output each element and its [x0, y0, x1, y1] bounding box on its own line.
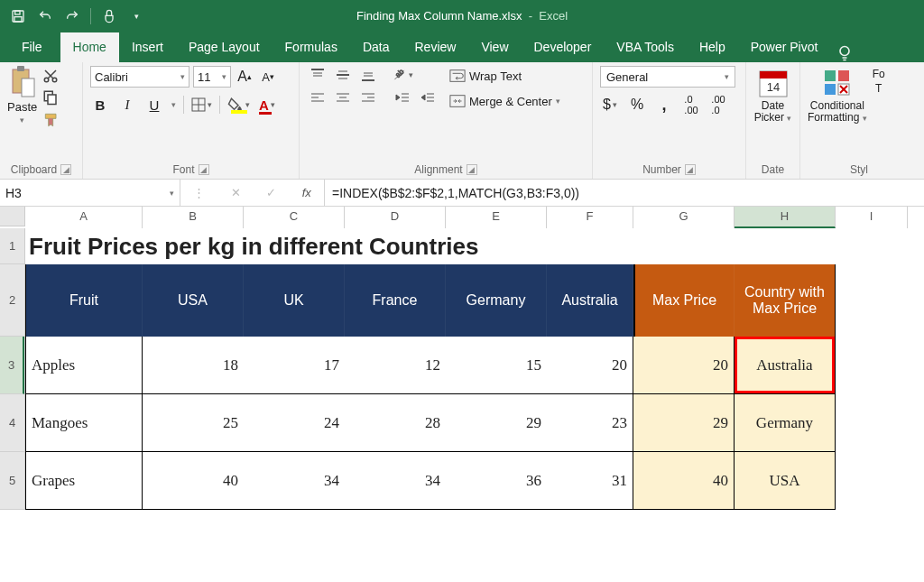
formula-dropdown-icon[interactable]: ⋮	[193, 186, 205, 199]
format-painter-icon[interactable]	[42, 111, 60, 127]
increase-decimal-icon[interactable]: .0.00	[681, 95, 701, 115]
header-france[interactable]: France	[345, 264, 446, 337]
cell-h4[interactable]: Germany	[735, 394, 836, 452]
row-header-5[interactable]: 5	[0, 452, 24, 510]
row-header-3[interactable]: 3	[0, 337, 24, 394]
tab-formulas[interactable]: Formulas	[273, 32, 350, 62]
cell-a4[interactable]: Mangoes	[25, 394, 143, 452]
font-color-icon[interactable]: A	[257, 95, 277, 115]
align-middle-icon[interactable]	[332, 66, 354, 84]
cell-a3[interactable]: Apples	[25, 337, 143, 394]
header-australia[interactable]: Australia	[547, 264, 633, 337]
header-uk[interactable]: UK	[244, 264, 345, 337]
tab-home[interactable]: Home	[60, 32, 119, 62]
header-usa[interactable]: USA	[143, 264, 244, 337]
format-as-table-button[interactable]: Fo T	[873, 66, 885, 95]
decrease-decimal-icon[interactable]: .00.0	[708, 95, 728, 115]
paste-button[interactable]: Paste	[7, 100, 37, 114]
header-country-max[interactable]: Country with Max Price	[735, 264, 836, 337]
sheet-title-cell[interactable]: Fruit Prices per kg in different Countri…	[25, 228, 836, 264]
increase-font-icon[interactable]: A▴	[235, 67, 254, 87]
cell-g5[interactable]: 40	[633, 452, 735, 510]
number-dialog-launcher-icon[interactable]: ◢	[685, 164, 696, 175]
wrap-text-button[interactable]: Wrap Text	[446, 66, 564, 86]
italic-button[interactable]: I	[117, 95, 137, 115]
cell-e3[interactable]: 15	[446, 337, 547, 394]
bold-button[interactable]: B	[90, 95, 110, 115]
insert-function-icon[interactable]: fx	[302, 186, 311, 199]
touch-mouse-mode-icon[interactable]	[100, 7, 118, 25]
borders-icon[interactable]	[191, 95, 212, 115]
undo-icon[interactable]	[36, 7, 54, 25]
col-header-a[interactable]: A	[25, 207, 143, 228]
merge-center-button[interactable]: Merge & Center ▾	[446, 91, 564, 111]
tab-power-pivot[interactable]: Power Pivot	[738, 32, 831, 62]
align-top-icon[interactable]	[307, 66, 328, 84]
date-picker-icon[interactable]: 14	[758, 68, 789, 98]
cell-b5[interactable]: 40	[143, 452, 244, 510]
align-bottom-icon[interactable]	[357, 66, 379, 84]
underline-button[interactable]: U	[144, 95, 164, 115]
col-header-c[interactable]: C	[244, 207, 345, 228]
cell-c4[interactable]: 24	[244, 394, 345, 452]
align-right-icon[interactable]	[357, 89, 379, 107]
redo-icon[interactable]	[63, 7, 81, 25]
tab-view[interactable]: View	[468, 32, 521, 62]
cell-g3[interactable]: 20	[633, 337, 735, 394]
align-center-icon[interactable]	[332, 89, 354, 107]
cell-c3[interactable]: 17	[244, 337, 345, 394]
row-header-1[interactable]: 1	[0, 228, 24, 264]
alignment-dialog-launcher-icon[interactable]: ◢	[467, 164, 477, 175]
tell-me[interactable]	[836, 44, 854, 62]
row-header-4[interactable]: 4	[0, 394, 24, 452]
col-header-e[interactable]: E	[446, 207, 547, 228]
cell-f3[interactable]: 20	[547, 337, 633, 394]
qat-customize-icon[interactable]: ▾	[127, 7, 145, 25]
cell-h5[interactable]: USA	[735, 452, 836, 510]
cell-b3[interactable]: 18	[143, 337, 244, 394]
name-box[interactable]: H3▾	[0, 180, 180, 206]
cell-d3[interactable]: 12	[345, 337, 446, 394]
col-header-g[interactable]: G	[633, 207, 735, 228]
header-fruit[interactable]: Fruit	[25, 264, 143, 337]
tab-data[interactable]: Data	[350, 32, 402, 62]
row-header-2[interactable]: 2	[0, 264, 24, 337]
font-dialog-launcher-icon[interactable]: ◢	[199, 164, 209, 175]
cell-g4[interactable]: 29	[633, 394, 735, 452]
col-header-d[interactable]: D	[345, 207, 446, 228]
cell-d4[interactable]: 28	[345, 394, 446, 452]
copy-icon[interactable]	[42, 89, 60, 106]
orientation-icon[interactable]: ab	[392, 66, 413, 84]
tab-page-layout[interactable]: Page Layout	[176, 32, 273, 62]
tab-insert[interactable]: Insert	[119, 32, 176, 62]
align-left-icon[interactable]	[307, 89, 328, 107]
spreadsheet-grid[interactable]: A B C D E F G H I 1 2 3 4 5 Fruit Prices…	[0, 207, 924, 510]
cell-b4[interactable]: 25	[143, 394, 244, 452]
comma-format-icon[interactable]: ,	[654, 95, 674, 115]
col-header-f[interactable]: F	[547, 207, 633, 228]
decrease-font-icon[interactable]: A▾	[258, 67, 278, 87]
cell-f5[interactable]: 31	[547, 452, 633, 510]
cell-f4[interactable]: 23	[547, 394, 633, 452]
cell-e4[interactable]: 29	[446, 394, 547, 452]
conditional-formatting-button[interactable]: ConditionalFormatting ▾	[808, 66, 867, 124]
percent-format-icon[interactable]: %	[627, 95, 647, 115]
enter-formula-icon[interactable]: ✓	[266, 186, 276, 199]
tab-review[interactable]: Review	[402, 32, 469, 62]
header-max-price[interactable]: Max Price	[633, 264, 735, 337]
font-size-select[interactable]: 11▾	[193, 66, 231, 88]
formula-input[interactable]: =INDEX($B$2:$F$2,1,MATCH(G3,B3:F3,0))	[325, 180, 924, 206]
decrease-indent-icon[interactable]	[392, 89, 413, 107]
tab-developer[interactable]: Developer	[522, 32, 605, 62]
accounting-format-icon[interactable]: $	[600, 95, 620, 115]
col-header-h[interactable]: H	[735, 207, 836, 228]
number-format-select[interactable]: General▾	[600, 66, 735, 88]
cancel-formula-icon[interactable]: ✕	[231, 186, 241, 199]
cut-icon[interactable]	[42, 68, 60, 84]
font-name-select[interactable]: Calibri▾	[90, 66, 189, 88]
tab-vba-tools[interactable]: VBA Tools	[604, 32, 687, 62]
cell-a5[interactable]: Grapes	[25, 452, 143, 510]
tab-file[interactable]: File	[9, 32, 60, 62]
col-header-b[interactable]: B	[143, 207, 244, 228]
save-icon[interactable]	[9, 7, 27, 25]
